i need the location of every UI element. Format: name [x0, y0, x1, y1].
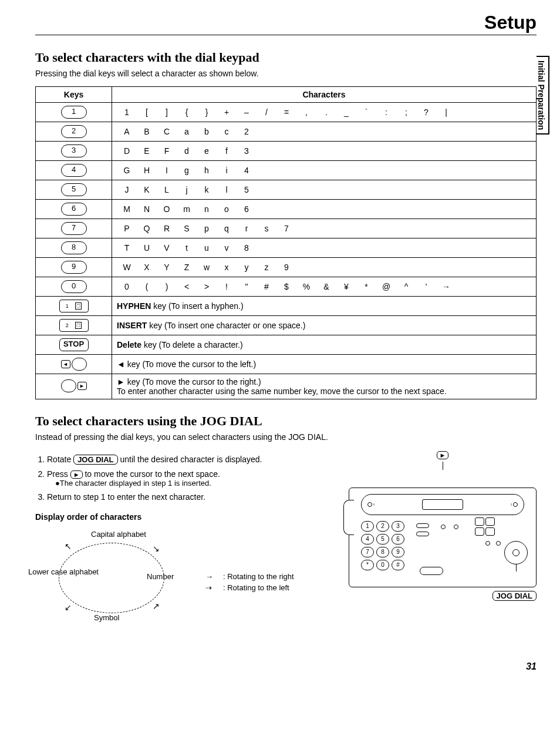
- char-cell: V: [157, 243, 177, 253]
- char-cell: ": [237, 282, 257, 291]
- char-cell: 8: [237, 243, 257, 253]
- char-cell: H: [137, 166, 157, 175]
- char-cell: /: [257, 107, 276, 117]
- char-cell: ¥: [336, 282, 356, 291]
- char-cell: k: [197, 185, 217, 194]
- keypad-key-4: 4: [61, 164, 87, 177]
- th-characters: Characters: [112, 87, 537, 103]
- char-cell: Z: [177, 263, 197, 272]
- left-key: ◄: [36, 355, 112, 374]
- char-cell: @: [376, 282, 396, 291]
- char-cell: C: [157, 127, 177, 136]
- key-description: key (To move the cursor to the right.) T…: [117, 377, 447, 396]
- device-key-*: *: [361, 560, 374, 570]
- step-item: Press ► to move the cursor to the next s…: [47, 469, 331, 488]
- display-order-heading: Display order of characters: [35, 512, 331, 522]
- char-cell: `: [356, 107, 376, 117]
- char-cell: w: [197, 263, 217, 272]
- button-icon: [416, 532, 429, 536]
- cycle-diagram: Capital alphabet Lower case alphabet Num…: [35, 532, 194, 632]
- device-key-7: 7: [361, 547, 374, 557]
- device-key-5: 5: [376, 534, 389, 544]
- char-cell: {: [177, 107, 197, 117]
- char-cell: E: [137, 146, 157, 156]
- section1-intro: Pressing the dial keys will select a cha…: [35, 69, 537, 78]
- jog-dial-icon: [504, 541, 528, 564]
- char-cell: p: [197, 224, 217, 233]
- solid-arrow-icon: →: [205, 572, 223, 581]
- char-cell: |: [436, 107, 456, 117]
- device-keypad: 123456789*0#: [361, 521, 404, 570]
- char-cell: j: [177, 185, 197, 194]
- char-cell: 9: [276, 263, 296, 272]
- char-cell: [: [137, 107, 157, 117]
- char-cell: i: [217, 166, 237, 175]
- char-cell: l: [217, 185, 237, 194]
- led-icon: [441, 525, 446, 529]
- char-cell: L: [157, 185, 177, 194]
- play-button-icon: ►: [70, 470, 83, 479]
- device-key-6: 6: [392, 534, 404, 544]
- device-illustration: ⦂ ⦂ 123456789*0#: [349, 488, 537, 587]
- insert-key: 2 □: [36, 316, 112, 335]
- char-cell: ?: [416, 107, 436, 117]
- char-cell: =: [276, 107, 296, 117]
- section1-heading: To select characters with the dial keypa…: [35, 50, 537, 65]
- page-number: 31: [35, 661, 537, 672]
- arrow-icon: ↗: [153, 601, 160, 611]
- th-keys: Keys: [36, 87, 112, 103]
- device-key-8: 8: [376, 547, 389, 557]
- step-sub-note: ●The character displayed in step 1 is in…: [55, 479, 331, 488]
- char-cell: X: [137, 263, 157, 272]
- cycle-left: Lower case alphabet: [28, 567, 99, 576]
- char-cell: _: [336, 107, 356, 117]
- key-description: key (To move the cursor to the left.): [125, 359, 256, 369]
- char-cell: >: [197, 282, 217, 291]
- keypad-key-1: 1: [61, 106, 87, 119]
- char-cell: n: [197, 204, 217, 214]
- char-cell: %: [296, 282, 316, 291]
- char-cell: 7: [276, 224, 296, 233]
- device-key-3: 3: [392, 521, 404, 532]
- char-cell: x: [217, 263, 237, 272]
- device-key-4: 4: [361, 534, 374, 544]
- char-cell: S: [177, 224, 197, 233]
- arrow-icon: ↙: [65, 603, 72, 612]
- char-cell: q: [217, 224, 237, 233]
- cycle-legend: →: Rotating to the right ⇢: Rotating to …: [205, 570, 294, 594]
- key-description: key (To insert a hyphen.): [151, 301, 243, 311]
- char-cell: u: [197, 243, 217, 253]
- legend-left: : Rotating to the left: [223, 583, 289, 592]
- char-cell: s: [257, 224, 276, 233]
- char-cell: A: [117, 127, 137, 136]
- step-item: Rotate JOG DIAL until the desired charac…: [47, 455, 331, 465]
- section2-heading: To select characters using the JOG DIAL: [35, 414, 537, 429]
- device-key-2: 2: [376, 521, 389, 532]
- key-description: key (To delete a character.): [141, 340, 243, 349]
- stop-key: STOP: [36, 335, 112, 355]
- device-key-0: 0: [376, 560, 389, 570]
- char-cell: a: [177, 127, 197, 136]
- device-key-9: 9: [392, 547, 404, 557]
- char-cell: t: [177, 243, 197, 253]
- char-cell: 6: [237, 204, 257, 214]
- char-cell: z: [257, 263, 276, 272]
- char-cell: B: [137, 127, 157, 136]
- char-cell: .: [316, 107, 336, 117]
- char-cell: (: [137, 282, 157, 291]
- steps-list: Rotate JOG DIAL until the desired charac…: [35, 455, 331, 502]
- arrow-icon: ↘: [153, 544, 160, 553]
- char-cell: G: [117, 166, 137, 175]
- char-cell: O: [157, 204, 177, 214]
- arrow-icon: ↖: [65, 542, 72, 551]
- char-cell: ;: [396, 107, 416, 117]
- char-cell: b: [197, 127, 217, 136]
- char-cell: !: [217, 282, 237, 291]
- button-icon: [416, 523, 429, 528]
- step-item: Return to step 1 to enter the next chara…: [47, 492, 331, 502]
- char-cell: #: [257, 282, 276, 291]
- char-cell: W: [117, 263, 137, 272]
- char-cell: M: [117, 204, 137, 214]
- right-key: ►: [36, 374, 112, 399]
- char-cell: v: [217, 243, 237, 253]
